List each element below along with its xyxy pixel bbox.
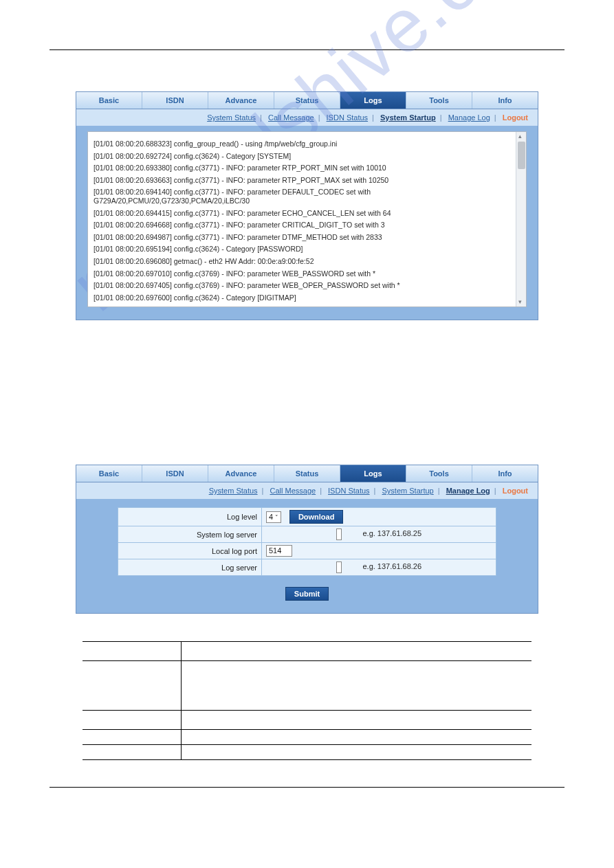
local-log-port-input[interactable]: 514 xyxy=(266,545,292,557)
log-server-label: Log server xyxy=(118,559,262,576)
log-line: [01/01 08:00:20.697600] config.c(3624) -… xyxy=(94,293,520,302)
page-bottom-rule xyxy=(50,787,564,788)
local-log-port-cell: 514 xyxy=(262,543,496,559)
tab-logs[interactable]: Logs xyxy=(340,92,406,109)
system-log-server-hint: e.g. 137.61.68.25 xyxy=(262,526,496,543)
tab-basic[interactable]: Basic xyxy=(76,465,142,482)
table-cell xyxy=(83,745,182,760)
logout-link[interactable]: Logout xyxy=(503,487,528,495)
log-level-cell: 4 Download xyxy=(262,508,496,526)
tab-info[interactable]: Info xyxy=(472,465,538,482)
system-log-server-hint-text: e.g. 137.61.68.25 xyxy=(362,529,421,537)
log-line: [01/01 08:00:20.697405] config.c(3769) -… xyxy=(94,281,520,290)
table-cell xyxy=(83,642,182,661)
log-line: [01/01 08:00:20.694987] config.c(3771) -… xyxy=(94,233,520,242)
system-log-server-input[interactable] xyxy=(336,528,342,540)
tab-tools[interactable]: Tools xyxy=(406,92,472,109)
log-line: [01/01 08:00:20.697010] config.c(3769) -… xyxy=(94,269,520,278)
log-level-label: Log level xyxy=(118,508,262,526)
subnav-system-startup[interactable]: System Startup xyxy=(382,487,434,495)
system-startup-screenshot: Basic ISDN Advance Status Logs Tools Inf… xyxy=(76,91,538,320)
table-cell xyxy=(182,661,531,711)
logs-subnav-2: System Status| Call Message| ISDN Status… xyxy=(76,482,538,499)
subnav-system-startup[interactable]: System Startup xyxy=(380,113,436,122)
table-cell xyxy=(182,745,531,760)
subnav-isdn-status[interactable]: ISDN Status xyxy=(328,487,370,495)
log-server-hint-text: e.g. 137.61.68.26 xyxy=(362,562,421,570)
tab-isdn[interactable]: ISDN xyxy=(142,92,208,109)
manage-log-table: Log level 4 Download System log server e… xyxy=(118,507,496,576)
table-cell xyxy=(182,730,531,745)
submit-button[interactable]: Submit xyxy=(285,587,329,601)
page-top-rule xyxy=(50,49,564,50)
log-line: [01/01 08:00:20.694140] config.c(3771) -… xyxy=(94,188,520,205)
local-log-port-label: Local log port xyxy=(118,543,262,559)
table-cell xyxy=(182,711,531,730)
log-line: [01/01 08:00:20.693663] config.c(3771) -… xyxy=(94,176,520,185)
tab-status[interactable]: Status xyxy=(274,465,340,482)
parameter-table xyxy=(83,641,531,760)
log-line: [01/01 08:00:20.693380] config.c(3771) -… xyxy=(94,164,520,173)
log-scrollbar[interactable]: ▴ ▾ xyxy=(516,132,526,307)
subnav-system-status[interactable]: System Status xyxy=(207,113,256,122)
log-level-select[interactable]: 4 xyxy=(266,511,281,523)
subnav-system-status[interactable]: System Status xyxy=(209,487,258,495)
subnav-isdn-status[interactable]: ISDN Status xyxy=(327,113,369,122)
logs-subnav: System Status| Call Message| ISDN Status… xyxy=(76,109,538,126)
tab-logs[interactable]: Logs xyxy=(340,465,406,482)
log-line: [01/01 08:00:20.695194] config.c(3624) -… xyxy=(94,245,520,254)
log-server-hint: e.g. 137.61.68.26 xyxy=(262,559,496,576)
main-tabs: Basic ISDN Advance Status Logs Tools Inf… xyxy=(76,92,538,109)
manage-log-body: Log level 4 Download System log server e… xyxy=(76,499,538,613)
log-line: [01/01 08:00:20.692724] config.c(3624) -… xyxy=(94,152,520,161)
table-cell xyxy=(182,642,531,661)
subnav-manage-log[interactable]: Manage Log xyxy=(448,113,490,122)
main-tabs-2: Basic ISDN Advance Status Logs Tools Inf… xyxy=(76,465,538,482)
startup-log-lines: [01/01 08:00:20.688323] config_group_rea… xyxy=(88,132,526,307)
log-line: [01/01 08:00:20.694668] config.c(3771) -… xyxy=(94,221,520,230)
submit-wrap: Submit xyxy=(118,587,496,601)
log-line: [01/01 08:00:20.694415] config.c(3771) -… xyxy=(94,209,520,218)
table-cell xyxy=(83,730,182,745)
subnav-call-message[interactable]: Call Message xyxy=(268,113,314,122)
subnav-manage-log[interactable]: Manage Log xyxy=(446,487,490,495)
scroll-down-icon[interactable]: ▾ xyxy=(518,299,525,305)
subnav-call-message[interactable]: Call Message xyxy=(270,487,316,495)
table-cell xyxy=(83,661,182,711)
tab-advance[interactable]: Advance xyxy=(208,465,274,482)
manage-log-screenshot: Basic ISDN Advance Status Logs Tools Inf… xyxy=(76,465,538,614)
log-server-input[interactable] xyxy=(336,561,342,573)
tab-advance[interactable]: Advance xyxy=(208,92,274,109)
table-cell xyxy=(83,711,182,730)
scroll-up-icon[interactable]: ▴ xyxy=(518,133,525,140)
tab-basic[interactable]: Basic xyxy=(76,92,142,109)
tab-tools[interactable]: Tools xyxy=(406,465,472,482)
tab-isdn[interactable]: ISDN xyxy=(142,465,208,482)
log-line: [01/01 08:00:20.696080] getmac() - eth2 … xyxy=(94,257,520,266)
download-button[interactable]: Download xyxy=(289,510,344,524)
system-log-server-label: System log server xyxy=(118,526,262,543)
scroll-thumb[interactable] xyxy=(518,142,525,169)
logout-link[interactable]: Logout xyxy=(503,113,528,122)
startup-log-box: [01/01 08:00:20.688323] config_group_rea… xyxy=(87,131,527,307)
tab-status[interactable]: Status xyxy=(274,92,340,109)
log-line: [01/01 08:00:20.688323] config_group_rea… xyxy=(94,140,520,148)
tab-info[interactable]: Info xyxy=(472,92,538,109)
